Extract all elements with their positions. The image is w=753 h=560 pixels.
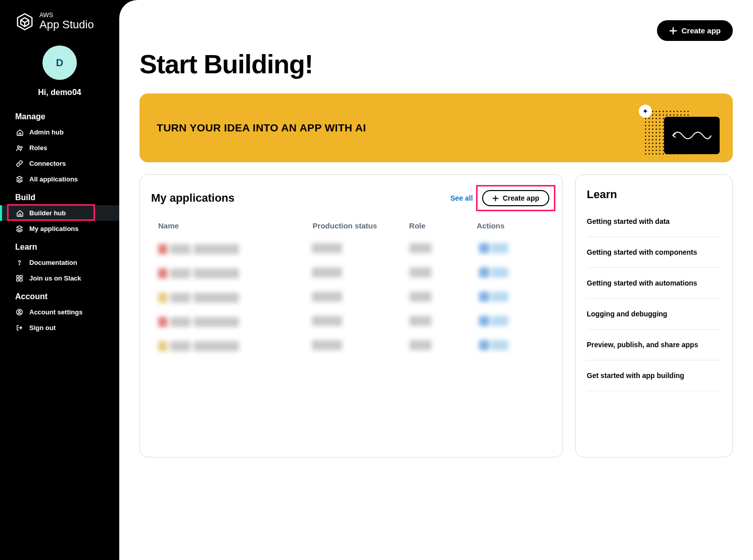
table-row[interactable] [151,334,551,358]
signout-icon [15,324,23,332]
cell-status [312,243,405,255]
learn-item[interactable]: Preview, publish, and share apps [587,330,721,360]
apps-table-header: Name Production status Role Actions [151,218,551,237]
page-title: Start Building! [139,49,733,79]
sidebar-item-join-us-on-slack[interactable]: Join us on Slack [0,270,119,286]
cell-actions [479,292,545,304]
cell-actions [479,267,545,279]
brand-logo: AWS App Studio [0,12,119,40]
main-content: Create app Start Building! TURN YOUR IDE… [119,0,753,560]
create-app-button[interactable]: Create app [657,20,733,41]
create-app-small-button[interactable]: Create app [482,190,549,206]
sidebar-item-admin-hub[interactable]: Admin hub [0,124,119,140]
slack-icon [15,274,23,282]
col-name: Name [158,221,313,230]
cell-actions [479,340,545,352]
cell-role [409,316,475,328]
sidebar-item-account-settings[interactable]: Account settings [0,304,119,320]
learn-list: Getting started with dataGetting started… [587,211,721,391]
cell-name [158,244,308,254]
sidebar-item-label: Admin hub [29,128,64,136]
users-icon [15,144,23,152]
cell-status [312,292,405,304]
sidebar-item-builder-hub[interactable]: Builder hub [0,205,119,221]
sparkle-icon: ✦ [639,105,652,118]
cell-actions [479,243,545,255]
learn-item[interactable]: Getting started with automations [587,268,721,299]
nav-section-title: Learn [0,237,119,255]
learn-item[interactable]: Getting started with data [587,211,721,237]
sidebar-item-connectors[interactable]: Connectors [0,156,119,171]
cell-role [409,267,475,279]
sidebar-item-all-applications[interactable]: All applications [0,171,119,187]
cell-name [158,293,308,303]
svg-rect-5 [16,278,19,281]
learn-item[interactable]: Get started with app building [587,360,721,391]
col-status: Production status [313,221,409,230]
sidebar-item-documentation[interactable]: Documentation [0,255,119,270]
sidebar-item-roles[interactable]: Roles [0,140,119,156]
cell-role [409,340,475,352]
sidebar-item-label: All applications [29,175,78,183]
table-row[interactable] [151,261,551,286]
svg-rect-6 [20,278,22,281]
greeting: Hi, demo04 [0,88,119,97]
sidebar-item-label: Account settings [29,308,82,316]
cell-name [158,317,308,327]
cell-role [409,243,475,255]
cell-status [312,340,405,352]
col-role: Role [409,221,477,230]
sidebar-item-sign-out[interactable]: Sign out [0,320,119,336]
svg-point-0 [17,146,19,148]
nav-section-title: Build [0,187,119,205]
cell-name [158,341,308,351]
sidebar: AWS App Studio D Hi, demo04 ManageAdmin … [0,0,119,560]
nav: ManageAdmin hubRolesConnectorsAll applic… [0,106,119,336]
create-app-label: Create app [681,26,721,35]
nav-section-title: Account [0,286,119,304]
squiggle-icon [672,128,712,143]
home-icon [15,128,23,136]
home-icon [15,209,23,217]
svg-point-8 [18,310,20,312]
svg-point-1 [20,147,22,148]
link-icon [15,160,23,167]
learn-title: Learn [587,188,721,201]
table-row[interactable] [151,286,551,310]
banner-art: ✦ [639,105,720,160]
brand-name: App Studio [39,18,94,31]
sidebar-item-label: Builder hub [29,209,66,217]
sidebar-item-label: Connectors [29,160,66,167]
apps-table-body [151,237,551,358]
cell-role [409,292,475,304]
avatar[interactable]: D [42,45,77,80]
user-block: D Hi, demo04 [0,40,119,106]
apps-title: My applications [151,192,443,205]
user-circle-icon [15,308,23,316]
learn-item[interactable]: Getting started with components [587,237,721,268]
svg-rect-4 [20,275,22,278]
cell-status [312,267,405,279]
layers-icon [15,225,23,232]
table-row[interactable] [151,237,551,261]
cell-status [312,316,405,328]
sidebar-item-label: Roles [29,144,47,152]
learn-item[interactable]: Logging and debugging [587,299,721,330]
svg-rect-3 [16,275,19,278]
app-studio-logo-icon [15,12,34,31]
top-bar: Create app [139,0,733,45]
my-applications-panel: My applications See all Create app Name … [139,174,563,457]
cell-name [158,268,308,278]
help-icon [15,259,23,266]
sidebar-item-label: Documentation [29,259,77,266]
sidebar-item-label: Sign out [29,324,56,332]
plus-icon [669,27,677,35]
plus-icon [492,195,499,202]
see-all-link[interactable]: See all [450,194,473,202]
svg-point-2 [19,264,19,265]
nav-section-title: Manage [0,106,119,124]
sidebar-item-my-applications[interactable]: My applications [0,221,119,237]
ai-banner[interactable]: TURN YOUR IDEA INTO AN APP WITH AI ✦ [139,94,733,162]
cell-actions [479,316,545,328]
table-row[interactable] [151,310,551,334]
